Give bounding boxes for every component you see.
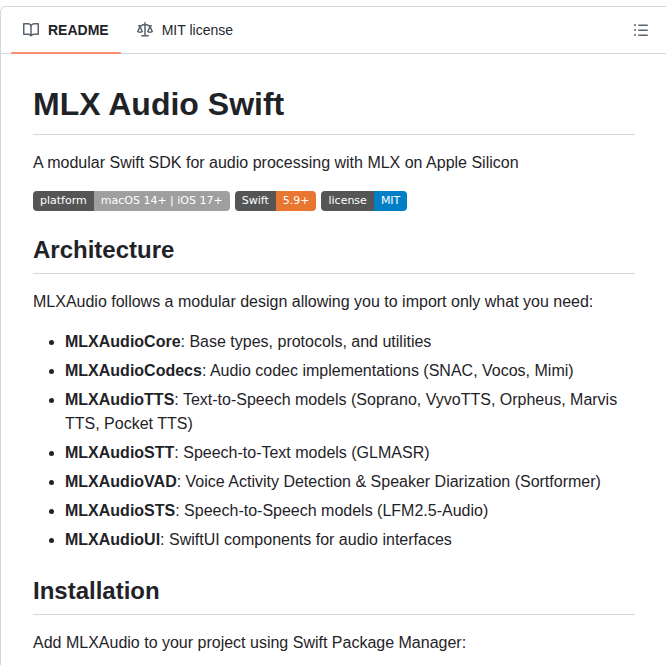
module-desc: : Audio codec implementations (SNAC, Voc… xyxy=(202,362,574,379)
page-title: MLX Audio Swift xyxy=(33,84,635,135)
swift-badge[interactable]: Swift 5.9+ xyxy=(235,191,317,211)
module-desc: : Voice Activity Detection & Speaker Dia… xyxy=(177,473,601,490)
list-item: MLXAudioUI: SwiftUI components for audio… xyxy=(65,528,635,552)
list-item: MLXAudioSTS: Speech-to-Speech models (LF… xyxy=(65,499,635,523)
architecture-heading: Architecture xyxy=(33,235,635,274)
module-name: MLXAudioTTS xyxy=(65,391,174,408)
license-badge[interactable]: license MIT xyxy=(321,191,407,211)
badge-row: platform macOS 14+ | iOS 17+ Swift 5.9+ … xyxy=(33,191,635,211)
tab-mit-license[interactable]: MIT license xyxy=(123,7,247,53)
outline-button[interactable] xyxy=(627,16,655,44)
project-description: A modular Swift SDK for audio processing… xyxy=(33,151,635,175)
active-tab-underline xyxy=(11,52,121,54)
book-icon xyxy=(23,22,39,38)
module-desc: : Base types, protocols, and utilities xyxy=(181,333,432,350)
module-desc: : Speech-to-Speech models (LFM2.5-Audio) xyxy=(175,502,488,519)
module-name: MLXAudioVAD xyxy=(65,473,177,490)
list-unordered-icon xyxy=(633,22,649,38)
platform-badge-label: platform xyxy=(33,191,94,211)
license-badge-value: MIT xyxy=(374,191,407,211)
list-item: MLXAudioCore: Base types, protocols, and… xyxy=(65,330,635,354)
readme-tabbar: README MIT license xyxy=(1,7,666,54)
installation-heading: Installation xyxy=(33,576,635,615)
module-name: MLXAudioCore xyxy=(65,333,181,350)
module-name: MLXAudioCodecs xyxy=(65,362,202,379)
list-item: MLXAudioSTT: Speech-to-Text models (GLMA… xyxy=(65,441,635,465)
module-desc: : SwiftUI components for audio interface… xyxy=(160,531,452,548)
list-item: MLXAudioVAD: Voice Activity Detection & … xyxy=(65,470,635,494)
readme-card: README MIT license MLX Audio Swift xyxy=(0,6,666,665)
tab-readme-label: README xyxy=(48,22,109,38)
swift-badge-label: Swift xyxy=(235,191,276,211)
list-item: MLXAudioTTS: Text-to-Speech models (Sopr… xyxy=(65,388,635,436)
module-desc: : Speech-to-Text models (GLMASR) xyxy=(174,444,429,461)
tab-license-label: MIT license xyxy=(162,22,233,38)
license-badge-label: license xyxy=(321,191,373,211)
list-item: MLXAudioCodecs: Audio codec implementati… xyxy=(65,359,635,383)
tab-readme[interactable]: README xyxy=(9,7,123,53)
platform-badge[interactable]: platform macOS 14+ | iOS 17+ xyxy=(33,191,230,211)
platform-badge-value: macOS 14+ | iOS 17+ xyxy=(94,191,230,211)
installation-intro: Add MLXAudio to your project using Swift… xyxy=(33,631,635,655)
module-name: MLXAudioSTS xyxy=(65,502,175,519)
swift-badge-value: 5.9+ xyxy=(276,191,317,211)
law-scales-icon xyxy=(137,22,153,38)
module-name: MLXAudioSTT xyxy=(65,444,174,461)
module-list: MLXAudioCore: Base types, protocols, and… xyxy=(33,330,635,552)
module-name: MLXAudioUI xyxy=(65,531,160,548)
architecture-intro: MLXAudio follows a modular design allowi… xyxy=(33,290,635,314)
markdown-body: MLX Audio Swift A modular Swift SDK for … xyxy=(1,54,666,665)
